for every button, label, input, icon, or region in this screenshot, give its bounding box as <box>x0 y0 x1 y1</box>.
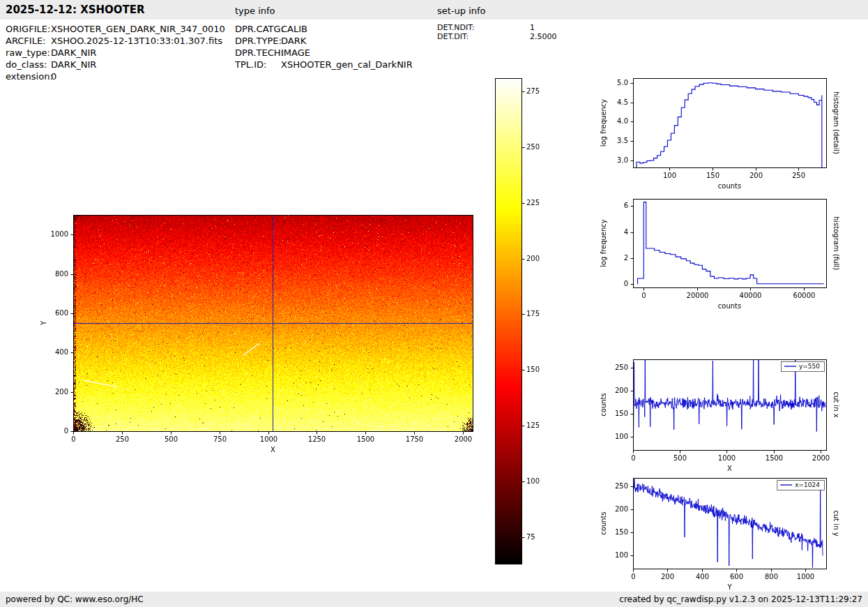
type-info-block: DPR.CATG:CALIB DPR.TYPE:DARK DPR.TECH:IM… <box>235 23 413 70</box>
meta-label: TPL.ID: <box>235 59 281 70</box>
footer-bar: powered by QC: www.eso.org/HC created by… <box>0 592 868 607</box>
type-info-heading: type info <box>235 6 275 16</box>
meta-row-rawtype: raw_type:DARK_NIR <box>6 47 225 59</box>
cut-in-x-plot <box>593 350 868 474</box>
meta-value: DARK_NIR <box>51 47 96 58</box>
detector-image-plot <box>28 204 488 463</box>
meta-row-dprtech: DPR.TECH:IMAGE <box>235 47 413 59</box>
colorbar <box>487 73 563 572</box>
histogram-detail-plot <box>593 68 868 193</box>
histogram-full-plot <box>593 189 868 313</box>
file-info-block: ORIGFILE:XSHOOTER_GEN_DARK_NIR_347_0010 … <box>6 23 225 82</box>
meta-label: DPR.TYPE: <box>235 35 281 47</box>
setup-info-heading: set-up info <box>437 6 486 16</box>
meta-row-dprcatg: DPR.CATG:CALIB <box>235 23 413 35</box>
meta-label: DPR.TECH: <box>235 47 281 59</box>
page-title: 2025-12-12: XSHOOTER <box>6 3 145 16</box>
meta-value: XSHOOTER_gen_cal_DarkNIR <box>281 59 413 70</box>
footer-created-by: created by qc_rawdisp.py v1.2.3 on 2025-… <box>619 594 862 604</box>
footer-qc-link[interactable]: powered by QC: www.eso.org/HC <box>6 594 144 604</box>
meta-label: ORIGFILE: <box>6 23 51 35</box>
cut-in-y-plot <box>593 468 868 591</box>
meta-value: XSHOOTER_GEN_DARK_NIR_347_0010 <box>51 24 225 34</box>
meta-value: 0 <box>51 71 56 82</box>
meta-row-dprtype: DPR.TYPE:DARK <box>235 35 413 47</box>
qc-report-page: 2025-12-12: XSHOOTER type info set-up in… <box>0 0 868 607</box>
header-bar: 2025-12-12: XSHOOTER type info set-up in… <box>0 0 868 20</box>
meta-value: 1 <box>530 23 535 32</box>
meta-row-detdit: DET.DIT:2.5000 <box>437 32 557 41</box>
meta-value: XSHOO.2025-12-13T10:33:01.307.fits <box>51 36 222 46</box>
meta-value: 2.5000 <box>530 32 557 41</box>
meta-label: ARCFILE: <box>6 35 51 47</box>
meta-value: IMAGE <box>281 47 310 58</box>
meta-label: raw_type: <box>6 47 51 59</box>
meta-row-tplid: TPL.ID:XSHOOTER_gen_cal_DarkNIR <box>235 59 413 70</box>
setup-info-block: DET.NDIT:1 DET.DIT:2.5000 <box>437 23 557 41</box>
meta-value: DARK_NIR <box>51 59 96 70</box>
meta-row-doclass: do_class:DARK_NIR <box>6 59 225 70</box>
meta-row-origfile: ORIGFILE:XSHOOTER_GEN_DARK_NIR_347_0010 <box>6 23 225 35</box>
meta-value: CALIB <box>281 24 307 34</box>
meta-label: DET.NDIT: <box>437 23 530 32</box>
meta-row-detndit: DET.NDIT:1 <box>437 23 557 32</box>
meta-row-extension: extension:0 <box>6 70 225 82</box>
meta-label: do_class: <box>6 59 51 70</box>
meta-value: DARK <box>281 36 306 46</box>
meta-row-arcfile: ARCFILE:XSHOO.2025-12-13T10:33:01.307.fi… <box>6 35 225 47</box>
meta-label: extension: <box>6 70 51 82</box>
meta-label: DPR.CATG: <box>235 23 281 35</box>
meta-label: DET.DIT: <box>437 32 530 41</box>
